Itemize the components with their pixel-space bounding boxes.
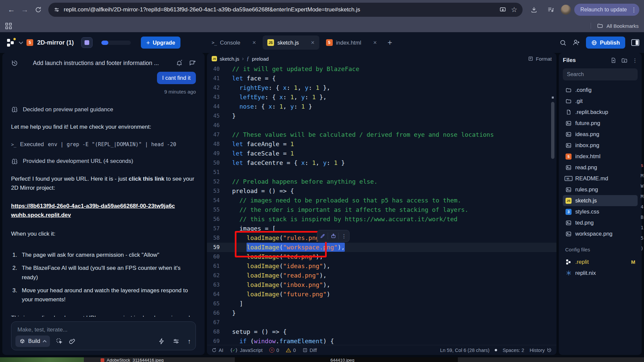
close-icon[interactable]: × (311, 39, 315, 46)
error-count[interactable]: × 0 (269, 348, 279, 353)
tab-sketch-js[interactable]: JS sketch.js × (263, 36, 319, 50)
close-icon[interactable]: × (373, 39, 377, 46)
relaunch-button[interactable]: Relaunch to update ⋮ (574, 4, 639, 16)
media-playlist-icon[interactable] (544, 3, 557, 16)
file-item[interactable]: future.png (563, 118, 638, 129)
code-line[interactable]: 53preload = () => { (207, 186, 556, 196)
code-line[interactable]: 56 // this stack is inspired by https://… (207, 215, 556, 224)
install-app-icon[interactable] (499, 6, 506, 13)
replit-logo-icon[interactable] (7, 38, 15, 47)
build-mode-button[interactable]: Build (15, 336, 50, 347)
code-line[interactable]: 40// it will get updated by BlazeFace (207, 64, 556, 74)
code-line[interactable]: 58 loadImage("rules.png"), (207, 233, 556, 243)
indentation-setting[interactable]: Spaces: 2 (502, 348, 524, 353)
project-name[interactable]: 2D-mirror (1) (37, 39, 74, 46)
file-item[interactable]: .git (563, 96, 638, 107)
format-button[interactable]: Format (528, 56, 552, 62)
code-line[interactable]: 43 leftEye: { x: 1, y: 1 }, (207, 93, 556, 102)
close-icon[interactable]: × (252, 39, 256, 46)
agent-input[interactable] (17, 326, 190, 333)
code-line[interactable]: 57 images = [ (207, 224, 556, 233)
file-item[interactable]: M↓README.md (563, 173, 638, 184)
bookmark-star-icon[interactable]: ☆ (511, 6, 517, 14)
code-line[interactable]: 59 loadImage("workspace.png"), (207, 243, 556, 252)
tab-index-html[interactable]: 5 index.html × (321, 36, 382, 50)
code-line[interactable]: 69 if (window.frameElement) { (207, 337, 556, 345)
file-item[interactable]: rules.png (563, 184, 638, 195)
browser-menu-icon[interactable]: ⋮ (631, 6, 637, 13)
development-url-link[interactable]: https://8b613f9d-26e0-4ac1-a39b-da59ae66… (11, 201, 179, 220)
code-line[interactable]: 41let face = { (207, 74, 556, 83)
code-line[interactable]: 54 // images need to be preloaded so tha… (207, 196, 556, 205)
more-options-icon[interactable]: ⋮ (339, 230, 349, 242)
apps-grid-icon[interactable] (5, 23, 12, 29)
invite-user-icon[interactable] (573, 39, 580, 46)
warning-count[interactable]: 0 (286, 348, 296, 353)
new-thread-icon[interactable] (189, 60, 196, 67)
reload-icon[interactable] (32, 3, 45, 16)
agent-thread-title[interactable]: Add launch instructions and footer infor… (33, 60, 170, 67)
file-search[interactable] (563, 68, 638, 80)
attachment-icon[interactable] (69, 338, 75, 345)
code-line[interactable]: 60 loadImage("ted.png"), (207, 252, 556, 261)
new-file-icon[interactable] (610, 57, 616, 63)
executed-command-row[interactable]: >_ Executed env | grep -E "(REPL_|DOMAIN… (11, 141, 196, 148)
chat-scroll-area[interactable]: I cant find it 9 minutes ago Decided on … (11, 71, 196, 317)
code-line[interactable]: 63 loadImage("inbox.png"), (207, 280, 556, 290)
send-icon[interactable]: ↑ (187, 338, 191, 345)
file-item[interactable]: .config (563, 84, 638, 96)
code-line[interactable]: 50let faceCentre = { x: 1, y: 1 } (207, 158, 556, 168)
file-search-input[interactable] (567, 71, 634, 77)
file-item[interactable]: JSsketch.js (563, 195, 638, 206)
forward-icon[interactable]: → (18, 3, 32, 16)
file-item[interactable]: .replit.backup (563, 107, 638, 118)
tab-console[interactable]: >_ Console × (207, 36, 261, 50)
settings-sliders-icon[interactable] (173, 338, 179, 345)
notifications-muted-icon[interactable] (176, 60, 183, 67)
files-menu-icon[interactable]: ⋮ (632, 57, 638, 64)
new-tab-icon[interactable]: + (387, 38, 392, 47)
code-line[interactable]: 62 loadImage("read.png"), (207, 271, 556, 280)
edit-with-ai-icon[interactable] (317, 230, 328, 242)
quick-actions-icon[interactable] (158, 338, 165, 345)
code-line[interactable]: 68setup = () => { (207, 327, 556, 337)
history-icon[interactable] (11, 60, 18, 67)
code-line[interactable]: 49let faceScale = 1 (207, 149, 556, 158)
agent-status-row[interactable]: Decided on preview panel guidance (11, 106, 196, 113)
file-item[interactable]: .replitM (563, 256, 638, 267)
breadcrumb-file[interactable]: sketch.js (220, 56, 239, 62)
code-line[interactable]: 44 nose: { x: 1, y: 1 } (207, 102, 556, 111)
file-item[interactable]: inbox.png (563, 140, 638, 151)
file-item[interactable]: read.png (563, 162, 638, 173)
file-item[interactable]: workspace.png (563, 228, 638, 239)
back-icon[interactable]: ← (5, 3, 18, 16)
language-indicator[interactable]: {✓} JavaScript (230, 348, 263, 353)
site-settings-icon[interactable] (54, 7, 60, 13)
stop-button[interactable] (81, 37, 93, 48)
code-line[interactable]: 52// Preload happens before anything els… (207, 177, 556, 186)
browser-profile-avatar[interactable] (561, 5, 571, 15)
export-icon[interactable] (328, 230, 338, 242)
code-lines[interactable]: 40// it will get updated by BlazeFace41l… (207, 64, 556, 345)
agent-status-row[interactable]: Provided the development URL (4 seconds) (11, 158, 196, 165)
ai-toggle[interactable]: AI (212, 348, 223, 353)
element-select-icon[interactable] (56, 338, 63, 345)
code-line[interactable]: 64 loadImage("future.png") (207, 290, 556, 299)
code-line[interactable]: 48let faceAngle = 1 (207, 139, 556, 149)
chevron-down-icon[interactable] (19, 40, 23, 44)
publish-button[interactable]: Publish (586, 37, 625, 49)
layout-toggle-icon[interactable] (631, 39, 639, 46)
agent-composer[interactable]: Build (11, 321, 196, 350)
new-folder-icon[interactable] (621, 57, 628, 64)
cursor-position[interactable]: Ln 59, Col 6 (28 chars) (440, 348, 490, 353)
breadcrumb-symbol[interactable]: preload (252, 56, 269, 62)
address-bar[interactable]: ☆ (48, 3, 523, 17)
editor-scrollbar[interactable] (551, 102, 554, 159)
file-item[interactable]: ted.png (563, 217, 638, 228)
history-button[interactable]: History (530, 348, 552, 353)
file-item[interactable]: 5index.html (563, 151, 638, 162)
url-input[interactable] (64, 6, 495, 13)
upgrade-button[interactable]: + Upgrade (141, 37, 180, 49)
code-line[interactable]: 66} (207, 308, 556, 318)
code-line[interactable]: 47// These values will be calculated / d… (207, 130, 556, 139)
